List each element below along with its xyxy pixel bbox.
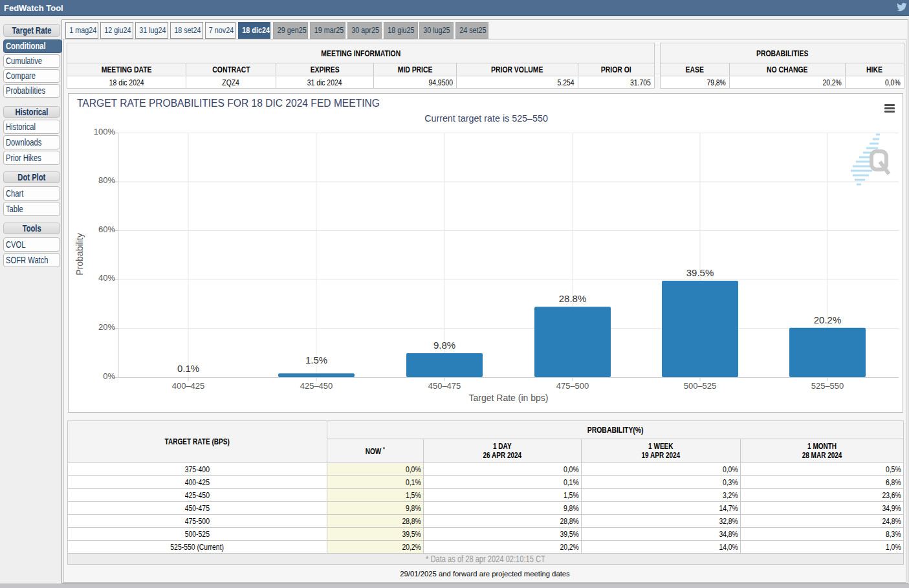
svg-text:80%: 80% bbox=[98, 175, 115, 185]
svg-text:20.2%: 20.2% bbox=[814, 314, 842, 325]
svg-text:400–425: 400–425 bbox=[172, 381, 205, 391]
svg-text:20%: 20% bbox=[98, 322, 115, 332]
svg-text:425–450: 425–450 bbox=[300, 381, 333, 391]
svg-text:1.5%: 1.5% bbox=[305, 354, 327, 365]
svg-text:100%: 100% bbox=[94, 127, 116, 136]
svg-text:Probability: Probability bbox=[74, 233, 85, 275]
svg-text:39.5%: 39.5% bbox=[686, 267, 714, 278]
svg-text:60%: 60% bbox=[98, 224, 115, 234]
svg-text:525–550: 525–550 bbox=[811, 381, 844, 391]
svg-text:Target Rate (in bps): Target Rate (in bps) bbox=[469, 393, 549, 403]
svg-text:450–475: 450–475 bbox=[428, 381, 461, 391]
svg-text:475–500: 475–500 bbox=[556, 381, 589, 391]
svg-text:28.8%: 28.8% bbox=[559, 293, 587, 304]
svg-text:0%: 0% bbox=[103, 371, 115, 381]
svg-text:500–525: 500–525 bbox=[684, 381, 717, 391]
svg-text:0.1%: 0.1% bbox=[177, 363, 199, 374]
svg-text:9.8%: 9.8% bbox=[433, 340, 455, 351]
svg-text:40%: 40% bbox=[98, 273, 115, 283]
